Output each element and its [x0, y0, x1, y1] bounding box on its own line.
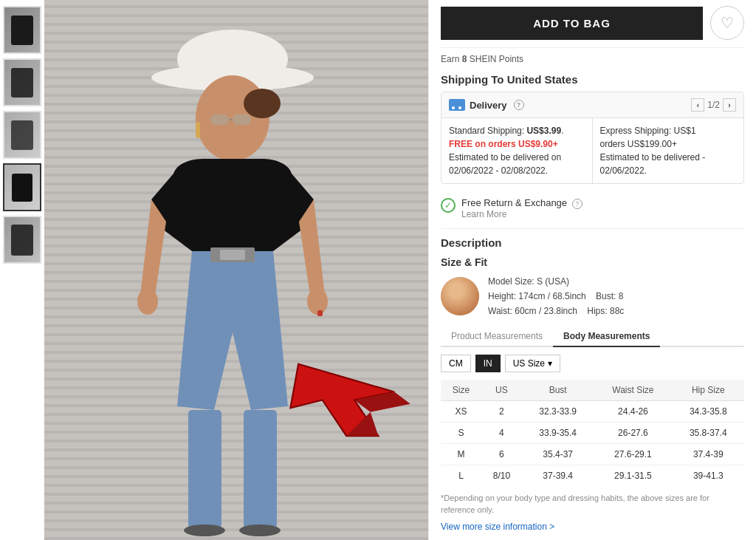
size-note: *Depending on your body type and dressin…: [441, 492, 744, 516]
size-fit-title: Size & Fit: [441, 252, 744, 274]
delivery-label: Delivery ?: [449, 99, 524, 111]
return-label: Free Return & Exchange: [461, 197, 567, 208]
table-header-row: Size US Bust Waist Size Hip Size: [441, 380, 744, 401]
points-suffix: SHEIN Points: [467, 54, 523, 64]
delivery-text: Delivery: [470, 100, 507, 111]
model-size: Model Size: S (USA): [488, 274, 624, 289]
svg-point-23: [452, 106, 455, 109]
return-help-icon[interactable]: ?: [572, 199, 583, 209]
svg-point-24: [458, 106, 461, 109]
express-shipping-label: Express Shipping: US$1: [600, 124, 737, 137]
thumbnail-list: [0, 0, 44, 540]
table-row: S433.9-35.426-27.635.8-37.4: [441, 422, 744, 443]
standard-shipping-price: Standard Shipping: US$3.99. FREE on orde…: [449, 124, 585, 151]
learn-more-link[interactable]: Learn More: [461, 209, 583, 219]
col-us: US: [481, 380, 522, 401]
measurement-tabs: Product Measurements Body Measurements: [441, 327, 744, 347]
product-details-panel: ADD TO BAG ♡ Earn 8 SHEIN Points Shippin…: [428, 0, 756, 540]
delivery-columns: Standard Shipping: US$3.99. FREE on orde…: [441, 118, 743, 183]
model-height: Height: 174cm / 68.5inch Bust: 8: [488, 289, 624, 304]
express-shipping-est: Estimated to be delivered - 02/06/2022.: [600, 151, 737, 177]
model-row: Model Size: S (USA) Height: 174cm / 68.5…: [441, 274, 744, 319]
svg-point-17: [184, 524, 225, 536]
svg-rect-11: [220, 250, 245, 260]
model-details: Model Size: S (USA) Height: 174cm / 68.5…: [488, 274, 624, 319]
svg-rect-6: [233, 115, 251, 125]
delivery-pagination: ‹ 1/2 ›: [691, 98, 736, 112]
model-avatar: [441, 277, 479, 315]
us-size-dropdown[interactable]: US Size ▾: [505, 355, 560, 372]
description-title: Description: [441, 229, 744, 252]
svg-rect-14: [317, 310, 323, 316]
unit-toggle-row: CM IN US Size ▾: [441, 355, 744, 372]
standard-shipping-est: Estimated to be delivered on 02/06/2022 …: [449, 151, 585, 177]
tab-body-measurements[interactable]: Body Measurements: [553, 327, 660, 347]
svg-point-18: [239, 524, 281, 536]
table-row: L8/1037-39.429.1-31.539-41.3: [441, 465, 744, 486]
svg-point-4: [244, 89, 281, 118]
add-to-bag-row: ADD TO BAG ♡: [441, 0, 744, 48]
size-table: Size US Bust Waist Size Hip Size XS232.3…: [441, 380, 744, 486]
delivery-section: Delivery ? ‹ 1/2 › Standard Shipping: US…: [441, 92, 744, 184]
cm-unit-button[interactable]: CM: [441, 355, 471, 372]
thumbnail-4[interactable]: [3, 163, 41, 211]
chevron-down-icon: ▾: [548, 358, 552, 369]
prev-delivery-btn[interactable]: ‹: [691, 98, 704, 112]
col-bust: Bust: [522, 380, 594, 401]
points-row: Earn 8 SHEIN Points: [441, 48, 744, 69]
table-row: XS232.3-33.924.4-2634.3-35.8: [441, 400, 744, 422]
svg-point-2: [196, 75, 269, 161]
express-shipping-col: Express Shipping: US$1 orders US$199.00+…: [593, 118, 744, 183]
view-more-size-link[interactable]: View more size information >: [441, 522, 554, 532]
next-delivery-btn[interactable]: ›: [723, 98, 736, 112]
table-row: M635.4-3727.6-29.137.4-39: [441, 443, 744, 465]
svg-rect-5: [210, 115, 229, 125]
svg-rect-16: [244, 410, 277, 528]
thumbnail-1[interactable]: [3, 6, 41, 54]
col-hip: Hip Size: [672, 380, 744, 401]
thumbnail-5[interactable]: [3, 216, 41, 264]
svg-point-12: [137, 288, 158, 315]
tab-product-measurements[interactable]: Product Measurements: [441, 327, 553, 347]
heart-icon: ♡: [721, 14, 734, 32]
points-prefix: Earn: [441, 54, 462, 64]
delivery-help-icon[interactable]: ?: [514, 100, 524, 110]
svg-rect-8: [196, 122, 200, 138]
return-info: Free Return & Exchange ? Learn More: [461, 197, 583, 219]
model-waist: Waist: 60cm / 23.8inch Hips: 88c: [488, 304, 624, 318]
pagination-text: 1/2: [707, 100, 720, 110]
return-row: ✓ Free Return & Exchange ? Learn More: [441, 191, 744, 229]
return-shield-icon: ✓: [441, 198, 456, 213]
col-waist: Waist Size: [594, 380, 672, 401]
standard-shipping-col: Standard Shipping: US$3.99. FREE on orde…: [441, 118, 593, 183]
col-size: Size: [441, 380, 481, 401]
thumbnail-3[interactable]: [3, 111, 41, 159]
delivery-truck-icon: [449, 99, 465, 111]
add-to-bag-button[interactable]: ADD TO BAG: [441, 7, 703, 40]
main-product-image: [44, 0, 428, 540]
svg-point-13: [307, 288, 328, 315]
express-shipping-orders: orders US$199.00+: [600, 137, 737, 151]
delivery-header: Delivery ? ‹ 1/2 ›: [441, 92, 743, 118]
wishlist-button[interactable]: ♡: [710, 6, 744, 40]
shipping-title: Shipping To United States: [441, 69, 744, 92]
thumbnail-2[interactable]: [3, 58, 41, 106]
svg-rect-15: [188, 410, 221, 528]
in-unit-button[interactable]: IN: [475, 355, 501, 372]
